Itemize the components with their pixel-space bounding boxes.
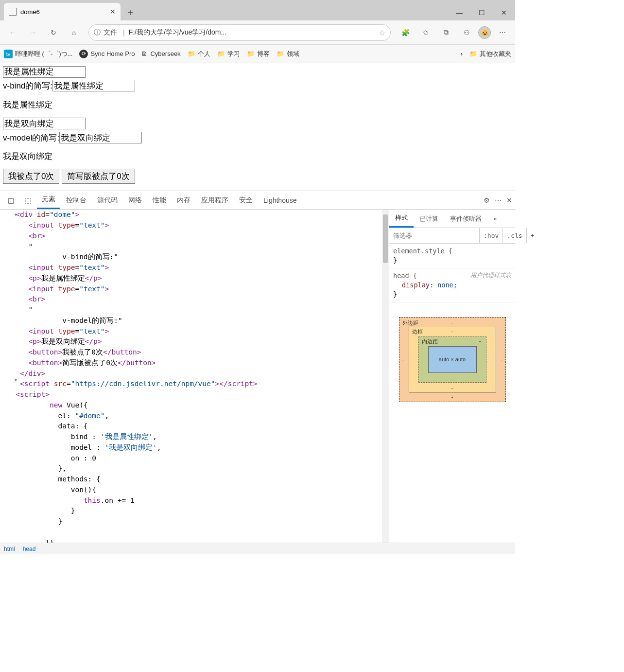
close-icon[interactable]: ✕ xyxy=(110,8,116,16)
tab-elements[interactable]: 元素 xyxy=(37,191,60,209)
gear-icon[interactable]: ⚙ xyxy=(484,196,490,204)
folder-icon: 📁 xyxy=(469,50,477,57)
bookmark-cyber[interactable]: 🗎Cyberseek xyxy=(141,50,180,57)
new-tab-button[interactable]: + xyxy=(122,5,138,20)
bookmark-folder-blog[interactable]: 📁博客 xyxy=(247,50,270,58)
tab-listeners[interactable]: 事件侦听器 xyxy=(444,210,487,228)
folder-icon: 📁 xyxy=(277,50,284,57)
menu-icon[interactable]: ⋯ xyxy=(494,24,511,41)
separator: | xyxy=(123,29,125,36)
bookmark-bili[interactable]: tv哔哩哔哩 (゜-゜)つ... xyxy=(4,50,72,58)
profile-icon[interactable]: ⚇ xyxy=(458,24,475,41)
address-bar[interactable]: ⓘ 文件 | F:/我的大学/学习/vue学习/dom... ☆ xyxy=(88,24,391,41)
add-rule-button[interactable]: + xyxy=(526,228,538,243)
tab-lighthouse[interactable]: Lighthouse xyxy=(259,191,302,209)
tab-network[interactable]: 网络 xyxy=(123,191,147,209)
tab-sources[interactable]: 源代码 xyxy=(92,191,122,209)
star-icon[interactable]: ☆ xyxy=(379,29,385,36)
p-vbind: 我是属性绑定 xyxy=(3,98,512,112)
bookmark-other[interactable]: 📁其他收藏夹 xyxy=(469,50,511,58)
input-vmodel[interactable] xyxy=(3,118,86,129)
bili-icon: tv xyxy=(4,50,13,58)
elements-panel[interactable]: ▾ <div id="dome"> <input type="text"> <b… xyxy=(0,210,389,543)
chevron-right-icon[interactable]: › xyxy=(461,50,463,57)
home-button[interactable]: ⌂ xyxy=(65,24,83,41)
titlebar: dome6 ✕ + — ☐ ✕ xyxy=(0,0,515,20)
page-icon: 🗎 xyxy=(141,50,148,57)
more-tabs-icon[interactable]: » xyxy=(487,210,503,228)
input-vbind-short[interactable] xyxy=(52,80,135,91)
hov-button[interactable]: :hov xyxy=(479,228,503,243)
box-model: 外边距---- 边框-- 内边距-- auto × auto xyxy=(399,317,506,402)
info-icon: ⓘ xyxy=(94,28,101,37)
crumb-head[interactable]: head xyxy=(23,546,36,552)
browser-tab[interactable]: dome6 ✕ xyxy=(4,3,121,20)
close-devtools-icon[interactable]: ✕ xyxy=(506,196,512,204)
forward-button[interactable]: → xyxy=(24,24,42,41)
vmodel-label: v-model的简写: xyxy=(3,133,59,142)
favorites-icon[interactable]: ✩ xyxy=(417,24,434,41)
collections-icon[interactable]: ⧉ xyxy=(437,24,455,41)
folder-icon: 📁 xyxy=(188,50,195,57)
tab-styles[interactable]: 样式 xyxy=(389,210,414,228)
avatar[interactable]: 😺 xyxy=(478,26,491,39)
sync-icon: ⟳ xyxy=(79,50,88,58)
back-button[interactable]: ← xyxy=(4,24,21,41)
input-vbind[interactable] xyxy=(3,66,86,78)
page-content: v-bind的简写: 我是属性绑定 v-model的简写: 我是双向绑定 我被点… xyxy=(0,63,515,191)
minimize-button[interactable]: — xyxy=(448,5,470,20)
input-vmodel-short[interactable] xyxy=(59,132,142,143)
maximize-button[interactable]: ☐ xyxy=(470,5,493,20)
click-button-2[interactable]: 简写版被点了0次 xyxy=(62,169,135,184)
click-button-1[interactable]: 我被点了0次 xyxy=(3,169,59,184)
breadcrumb: html head xyxy=(0,543,515,554)
tab-security[interactable]: 安全 xyxy=(234,191,258,209)
tab-application[interactable]: 应用程序 xyxy=(196,191,233,209)
rule-head[interactable]: 用户代理样式表 head { display: none; } xyxy=(389,268,515,302)
bookmarks-bar: tv哔哩哔哩 (゜-゜)つ... ⟳Sync Home Pro 🗎Cyberse… xyxy=(0,45,515,63)
refresh-button[interactable]: ↻ xyxy=(45,24,62,41)
devtools-tabs: ◫ ⬚ 元素 控制台 源代码 网络 性能 内存 应用程序 安全 Lighthou… xyxy=(0,191,515,210)
addr-url: F:/我的大学/学习/vue学习/dom... xyxy=(129,28,379,37)
styles-filter[interactable] xyxy=(389,228,479,243)
folder-icon: 📁 xyxy=(247,50,255,57)
vbind-label: v-bind的简写: xyxy=(3,81,52,90)
bookmark-folder-personal[interactable]: 📁个人 xyxy=(188,50,210,58)
bookmark-sync[interactable]: ⟳Sync Home Pro xyxy=(79,50,135,58)
more-icon[interactable]: ⋯ xyxy=(495,196,502,204)
bookmark-folder-domain[interactable]: 📁领域 xyxy=(277,50,299,58)
devtools: ◫ ⬚ 元素 控制台 源代码 网络 性能 内存 应用程序 安全 Lighthou… xyxy=(0,191,515,554)
crumb-html[interactable]: html xyxy=(4,546,15,552)
extension-icon[interactable]: 🧩 xyxy=(397,24,414,41)
tab-performance[interactable]: 性能 xyxy=(148,191,171,209)
scrollbar[interactable] xyxy=(382,210,389,543)
styles-panel: 样式 已计算 事件侦听器 » :hov .cls + element.style… xyxy=(389,210,515,543)
device-icon[interactable]: ⬚ xyxy=(20,191,36,209)
tab-title: dome6 xyxy=(20,8,110,16)
rule-element-style[interactable]: element.style { } xyxy=(389,244,515,268)
addr-scheme: 文件 xyxy=(104,28,117,37)
tab-memory[interactable]: 内存 xyxy=(172,191,195,209)
inspect-icon[interactable]: ◫ xyxy=(3,191,19,209)
cls-button[interactable]: .cls xyxy=(503,228,526,243)
folder-icon: 📁 xyxy=(217,50,225,57)
file-icon xyxy=(9,8,17,16)
navbar: ← → ↻ ⌂ ⓘ 文件 | F:/我的大学/学习/vue学习/dom... ☆… xyxy=(0,20,515,45)
tab-computed[interactable]: 已计算 xyxy=(414,210,444,228)
p-vmodel: 我是双向绑定 xyxy=(3,150,512,164)
tab-console[interactable]: 控制台 xyxy=(61,191,91,209)
close-button[interactable]: ✕ xyxy=(493,5,515,20)
bookmark-folder-study[interactable]: 📁学习 xyxy=(217,50,240,58)
